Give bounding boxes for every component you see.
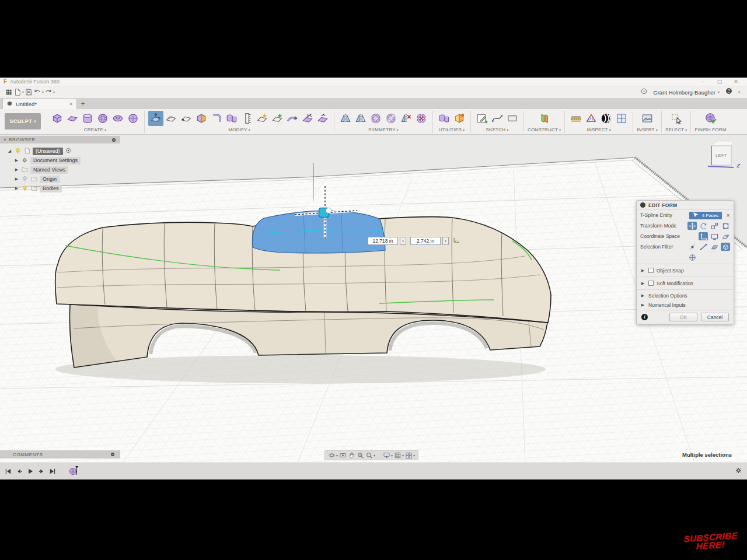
browser-item-label[interactable]: Origin bbox=[40, 176, 60, 183]
3d-viewport[interactable]: « BROWSER ◢(Unsaved)▶Document Settings▶N… bbox=[0, 135, 747, 463]
browser-item-unsaved[interactable]: ◢(Unsaved) bbox=[0, 146, 120, 156]
merge-edge-tool-icon[interactable] bbox=[194, 111, 209, 126]
view-space-filter-icon[interactable] bbox=[710, 232, 719, 240]
box-tool-icon[interactable] bbox=[50, 111, 65, 126]
browser-header[interactable]: « BROWSER bbox=[0, 136, 120, 144]
visibility-bulb-icon[interactable] bbox=[14, 147, 22, 156]
activate-target-icon[interactable] bbox=[65, 147, 72, 155]
circular-duplicate-tool-icon[interactable] bbox=[383, 111, 399, 126]
height-dimension-input[interactable]: 2.742 in bbox=[410, 237, 441, 245]
toolbar-group-label[interactable]: CONSTRUCT▾ bbox=[528, 127, 561, 132]
slide-edge-tool-icon[interactable] bbox=[224, 111, 239, 126]
isolate-symmetry-tool-icon[interactable] bbox=[414, 111, 429, 126]
local-plane-filter-icon[interactable] bbox=[721, 232, 730, 240]
clear-selection-icon[interactable]: ✕ bbox=[726, 213, 730, 218]
job-status-icon[interactable] bbox=[640, 87, 648, 97]
rotate-filter-icon[interactable] bbox=[699, 222, 708, 230]
plane-tool-icon[interactable] bbox=[65, 111, 80, 126]
comments-panel[interactable]: COMMENTS bbox=[0, 450, 120, 459]
toolbar-group-label[interactable]: SYMMETRY▾ bbox=[368, 127, 399, 132]
timeline-settings-gear-icon[interactable] bbox=[735, 466, 742, 477]
orbit-icon[interactable]: ▾ bbox=[328, 452, 338, 459]
tree-collapse-icon[interactable]: ◢ bbox=[7, 149, 12, 153]
sketch-spline-tool-icon[interactable] bbox=[490, 111, 505, 126]
mirror-duplicate-tool-icon[interactable] bbox=[353, 111, 368, 126]
save-icon[interactable] bbox=[25, 88, 33, 96]
check-row-soft-modification[interactable]: ▶Soft Modification bbox=[637, 278, 734, 288]
minimize-button[interactable]: – bbox=[696, 78, 711, 86]
tree-expand-icon[interactable]: ▶ bbox=[14, 167, 19, 172]
close-button[interactable]: ✕ bbox=[728, 78, 743, 86]
selection-count-button[interactable]: 4 Faces bbox=[689, 212, 722, 219]
undo-icon[interactable]: ▾ bbox=[33, 88, 44, 96]
view-cube[interactable]: LEFT Z bbox=[703, 139, 740, 173]
unweld-tool-icon[interactable] bbox=[300, 111, 315, 126]
browser-item-label[interactable]: Bodies bbox=[40, 185, 62, 192]
toolbar-group-label[interactable]: UTILITIES▾ bbox=[439, 127, 465, 132]
panel-minimize-icon[interactable] bbox=[110, 449, 116, 460]
browser-item-named-views[interactable]: ▶Named Views bbox=[0, 165, 120, 174]
zoom-window-icon[interactable]: ▾ bbox=[365, 452, 375, 459]
toolbar-group-label[interactable]: CREATE▾ bbox=[84, 127, 106, 132]
expand-icon[interactable]: ▶ bbox=[640, 281, 645, 286]
thicken-tool-icon[interactable] bbox=[239, 111, 254, 126]
bevel-edge-tool-icon[interactable] bbox=[209, 111, 224, 126]
body-filter-icon[interactable] bbox=[721, 243, 730, 251]
translate-filter-icon[interactable] bbox=[687, 222, 697, 230]
workspace-selector[interactable]: SCULPT ▾ bbox=[5, 113, 41, 130]
toolbar-group-label[interactable]: SELECT▾ bbox=[665, 127, 687, 132]
quadball-tool-icon[interactable] bbox=[125, 111, 141, 126]
browser-item-label[interactable]: (Unsaved) bbox=[33, 148, 63, 155]
mirror-internal-tool-icon[interactable] bbox=[338, 111, 353, 126]
weld-tool-icon[interactable] bbox=[315, 111, 330, 126]
zebra-analysis-tool-icon[interactable] bbox=[599, 111, 614, 126]
height-dimension-dropdown[interactable]: ▾ bbox=[442, 237, 449, 245]
display-mode-tool-icon[interactable] bbox=[437, 111, 452, 126]
bend-tool-icon[interactable] bbox=[285, 111, 300, 126]
step-back-button[interactable] bbox=[16, 468, 23, 475]
edit-form-tool-icon[interactable] bbox=[148, 111, 163, 126]
sphere-tool-icon[interactable] bbox=[95, 111, 110, 126]
section-row-numerical-inputs[interactable]: ▶Numerical Inputs bbox=[637, 300, 734, 310]
construct-plane-tool-icon[interactable] bbox=[537, 111, 552, 126]
make-uniform-tool-icon[interactable] bbox=[452, 111, 467, 126]
browser-item-document-settings[interactable]: ▶Document Settings bbox=[0, 156, 120, 165]
browser-item-label[interactable]: Named Views bbox=[30, 166, 68, 174]
edge-filter-icon[interactable] bbox=[699, 243, 708, 251]
skip-end-button[interactable] bbox=[49, 468, 56, 475]
section-analysis-tool-icon[interactable] bbox=[614, 111, 629, 126]
skip-start-button[interactable] bbox=[5, 468, 12, 475]
torus-tool-icon[interactable] bbox=[110, 111, 125, 126]
toolbar-group-label[interactable]: FINISH FORM bbox=[694, 127, 726, 132]
crease-tool-icon[interactable] bbox=[254, 111, 270, 126]
length-dimension-dropdown[interactable]: ▾ bbox=[400, 237, 406, 245]
create-sketch-tool-icon[interactable] bbox=[474, 111, 490, 126]
browser-item-bodies[interactable]: ▶Bodies bbox=[0, 184, 120, 193]
tree-expand-icon[interactable]: ▶ bbox=[14, 186, 19, 191]
world-axis-filter-icon[interactable] bbox=[699, 232, 708, 240]
uncrease-tool-icon[interactable] bbox=[270, 111, 285, 126]
toolbar-group-label[interactable]: INSPECT▾ bbox=[587, 127, 611, 132]
redo-icon[interactable]: ▾ bbox=[44, 88, 55, 96]
maximize-button[interactable]: ▢ bbox=[712, 78, 727, 86]
expand-icon[interactable]: ▶ bbox=[640, 293, 645, 298]
cylinder-tool-icon[interactable] bbox=[80, 111, 95, 126]
measure-tool-icon[interactable] bbox=[568, 111, 584, 126]
check-row-object-snap[interactable]: ▶Object Snap bbox=[637, 265, 734, 275]
collapse-icon[interactable]: « bbox=[4, 137, 6, 142]
toolbar-group-label[interactable]: MODIFY▾ bbox=[228, 127, 250, 132]
select-tool-icon[interactable] bbox=[669, 111, 684, 126]
toolbar-group-label[interactable]: INSERT▾ bbox=[637, 127, 658, 132]
user-menu[interactable]: Grant Holmberg-Baugher ▾ bbox=[653, 89, 720, 96]
insert-edge-tool-icon[interactable] bbox=[163, 111, 179, 126]
checkbox[interactable] bbox=[648, 281, 654, 286]
manipulator-point-handle[interactable] bbox=[326, 208, 331, 213]
selected-roof-faces[interactable] bbox=[253, 211, 385, 253]
look-at-icon[interactable] bbox=[339, 452, 347, 459]
toolbar-group-label[interactable]: SKETCH▾ bbox=[486, 127, 509, 132]
tspline-body-filter-icon[interactable] bbox=[687, 253, 697, 261]
curvature-comb-tool-icon[interactable] bbox=[584, 111, 599, 126]
tree-expand-icon[interactable]: ▶ bbox=[14, 158, 19, 163]
document-tab[interactable]: Untitled* ✕ bbox=[2, 98, 77, 109]
vertex-filter-icon[interactable] bbox=[687, 243, 697, 251]
